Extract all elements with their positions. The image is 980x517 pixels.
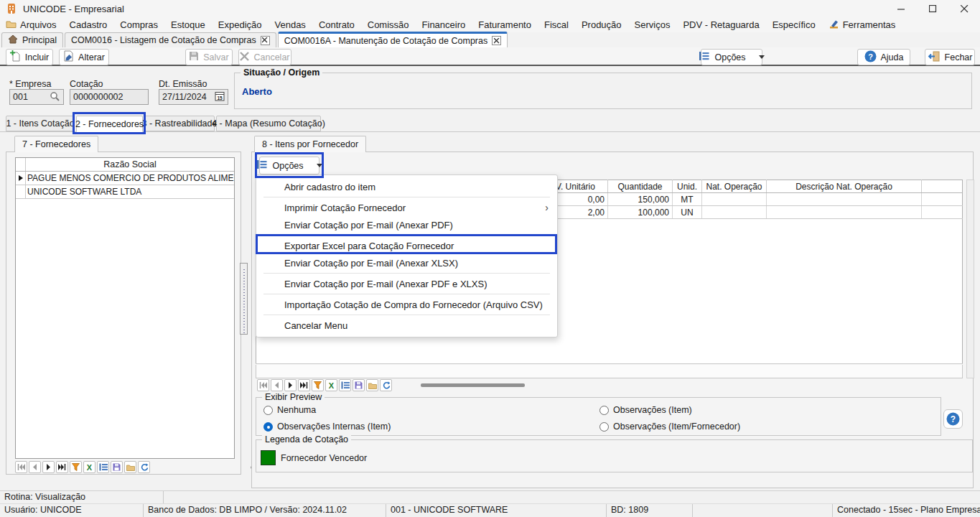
col-desc-nat-operacao: Descrição Nat. Operação xyxy=(767,180,922,193)
prev-record-button[interactable] xyxy=(271,379,283,391)
tab-label: COM0016 - Listagem de Cotação de Compras xyxy=(71,35,256,45)
subtab-fornecedores[interactable]: 7 - Fornecedores xyxy=(14,136,98,152)
button-label: Ajuda xyxy=(881,52,904,62)
last-record-button[interactable] xyxy=(56,461,68,473)
grid-layout-icon[interactable] xyxy=(339,379,351,391)
first-record-button[interactable] xyxy=(15,461,27,473)
filler-cell xyxy=(922,193,963,206)
first-record-button[interactable] xyxy=(257,379,269,391)
menu-contrato[interactable]: Contrato xyxy=(312,18,361,32)
filter-funnel-icon[interactable] xyxy=(70,461,82,473)
tab-itens-cotacao[interactable]: 1 - Itens Cotação xyxy=(6,116,75,131)
tab-fornecedores[interactable]: 2 - Fornecedores xyxy=(76,116,143,132)
quantidade-cell: 100,000 xyxy=(608,206,673,219)
radio-nenhuma[interactable]: Nenhuma xyxy=(263,405,316,415)
radio-observacoes-item[interactable]: Observações (Item) xyxy=(599,405,692,415)
menu-cadastro[interactable]: Cadastro xyxy=(63,18,114,32)
close-icon[interactable] xyxy=(492,36,501,45)
list-options-icon xyxy=(699,51,710,63)
col-v-unitario: V. Unitário xyxy=(554,180,608,193)
menu-comissao[interactable]: Comissão xyxy=(361,18,416,32)
filler-cell xyxy=(922,206,963,219)
menu-compras[interactable]: Compras xyxy=(113,18,164,32)
menu-pdv-retaguarda[interactable]: PDV - Retaguarda xyxy=(676,18,765,32)
table-row[interactable]: UNICODE SOFTWARE LTDA xyxy=(16,185,234,199)
empresa-field[interactable]: 001 xyxy=(9,89,64,105)
menu-faturamento[interactable]: Faturamento xyxy=(472,18,538,32)
row-selector xyxy=(16,172,26,185)
col-filler xyxy=(922,180,963,193)
table-row[interactable]: PAGUE MENOS COMERCIO DE PRODUTOS ALIMENT… xyxy=(16,172,234,185)
save-layout-icon[interactable] xyxy=(111,461,123,473)
menu-item-exportar-excel[interactable]: Exportar Excel para Cotação Fornecedor xyxy=(256,237,557,254)
menu-servicos[interactable]: Serviços xyxy=(628,18,677,32)
menu-expedicao[interactable]: Expedição xyxy=(212,18,269,32)
desc-nat-operacao-cell xyxy=(767,193,922,206)
toolbar-opcoes-button[interactable]: Opções xyxy=(701,49,762,65)
menu-producao[interactable]: Produção xyxy=(575,18,628,32)
tab-rastreabilidade[interactable]: 3 - Rastreabilidade xyxy=(144,116,215,131)
save-icon xyxy=(189,51,199,63)
alterar-button[interactable]: Alterar xyxy=(59,49,109,65)
exibir-preview-groupbox: Exibir Preview Nenhuma Observações (Item… xyxy=(256,397,941,436)
refresh-icon[interactable] xyxy=(138,461,150,473)
preview-help-button[interactable]: ? xyxy=(943,409,963,429)
next-record-button[interactable] xyxy=(284,379,297,391)
next-record-button[interactable] xyxy=(42,461,55,473)
save-layout-icon[interactable] xyxy=(353,379,365,391)
cotacao-field[interactable]: 0000000002 xyxy=(70,89,149,105)
refresh-icon[interactable] xyxy=(380,379,392,391)
close-button[interactable] xyxy=(948,0,980,17)
open-folder-icon[interactable] xyxy=(124,461,136,473)
tab-com0016-listagem[interactable]: COM0016 - Listagem de Cotação de Compras xyxy=(65,32,276,47)
calendar-icon[interactable]: 15 xyxy=(215,91,225,103)
quantidade-cell: 150,000 xyxy=(608,193,673,206)
opcoes-context-menu: Abrir cadastro do item Imprimir Cotação … xyxy=(256,174,558,337)
close-icon[interactable] xyxy=(261,36,270,45)
fechar-button[interactable]: Fechar xyxy=(925,49,975,65)
menu-item-imprimir-cotacao[interactable]: Imprimir Cotação Fornecedor › xyxy=(256,199,557,216)
open-folder-icon[interactable] xyxy=(366,379,378,391)
menu-item-enviar-email-pdf[interactable]: Enviar Cotação por E-mail (Anexar PDF) xyxy=(256,216,557,233)
menu-item-importacao-csv[interactable]: Importação Cotação de Compra do Forneced… xyxy=(256,296,557,313)
filter-funnel-icon[interactable] xyxy=(312,379,324,391)
subtab-itens-por-fornecedor[interactable]: 8 - Itens por Fornecedor xyxy=(254,136,366,152)
last-record-button[interactable] xyxy=(298,379,310,391)
menu-estoque[interactable]: Estoque xyxy=(164,18,212,32)
menu-vendas[interactable]: Vendas xyxy=(269,18,312,32)
minimize-button[interactable] xyxy=(885,0,917,17)
menu-fiscal[interactable]: Fiscal xyxy=(538,18,575,32)
table-header-row: Razão Social xyxy=(16,158,234,172)
vertical-scrollbar-track[interactable] xyxy=(966,180,974,378)
grid-layout-icon[interactable] xyxy=(97,461,109,473)
dt-emissao-field[interactable]: 27/11/2024 15 xyxy=(159,89,228,105)
export-excel-icon[interactable]: X xyxy=(325,379,337,391)
incluir-button[interactable]: Incluir xyxy=(6,49,53,65)
ajuda-button[interactable]: ? Ajuda xyxy=(857,49,910,65)
lookup-magnifier-icon[interactable] xyxy=(50,91,60,103)
maximize-button[interactable] xyxy=(917,0,948,17)
status-bar: Rotina: Visualização Usuário: UNICODE Ba… xyxy=(0,490,980,517)
tab-mapa-resumo[interactable]: 4 - Mapa (Resumo Cotação) xyxy=(216,116,321,131)
panel-opcoes-button[interactable]: Opções xyxy=(259,157,319,174)
menu-financeiro[interactable]: Financeiro xyxy=(416,18,472,32)
radio-observacoes-internas-item[interactable]: Observações Internas (Item) xyxy=(263,421,391,432)
horizontal-scrollbar-thumb[interactable] xyxy=(421,383,525,387)
cancelar-button[interactable]: Cancelar xyxy=(238,49,291,65)
menu-especifico[interactable]: Específico xyxy=(766,18,822,32)
divider xyxy=(263,235,550,236)
menu-item-enviar-email-xlsx[interactable]: Enviar Cotação por E-mail (Anexar XLSX) xyxy=(256,254,557,271)
menu-ferramentas[interactable]: Ferramentas xyxy=(822,17,902,32)
svg-text:?: ? xyxy=(951,414,956,424)
prev-record-button[interactable] xyxy=(29,461,41,473)
tab-com0016a-manutencao[interactable]: COM0016A - Manutenção de Cotação de Comp… xyxy=(278,32,508,47)
menu-arquivos[interactable]: Arquivos xyxy=(0,18,63,32)
export-excel-icon[interactable]: X xyxy=(83,461,95,473)
panel-splitter[interactable] xyxy=(240,263,248,335)
tab-principal[interactable]: Principal xyxy=(1,32,63,47)
menu-item-enviar-email-pdf-xlxs[interactable]: Enviar Cotação por E-mail (Anexar PDF e … xyxy=(256,275,557,292)
menu-item-cancelar-menu[interactable]: Cancelar Menu xyxy=(256,317,557,334)
salvar-button[interactable]: Salvar xyxy=(185,49,233,65)
radio-observacoes-item-fornecedor[interactable]: Observações (Item/Fornecedor) xyxy=(599,421,740,432)
menu-item-abrir-cadastro[interactable]: Abrir cadastro do item xyxy=(256,178,557,195)
